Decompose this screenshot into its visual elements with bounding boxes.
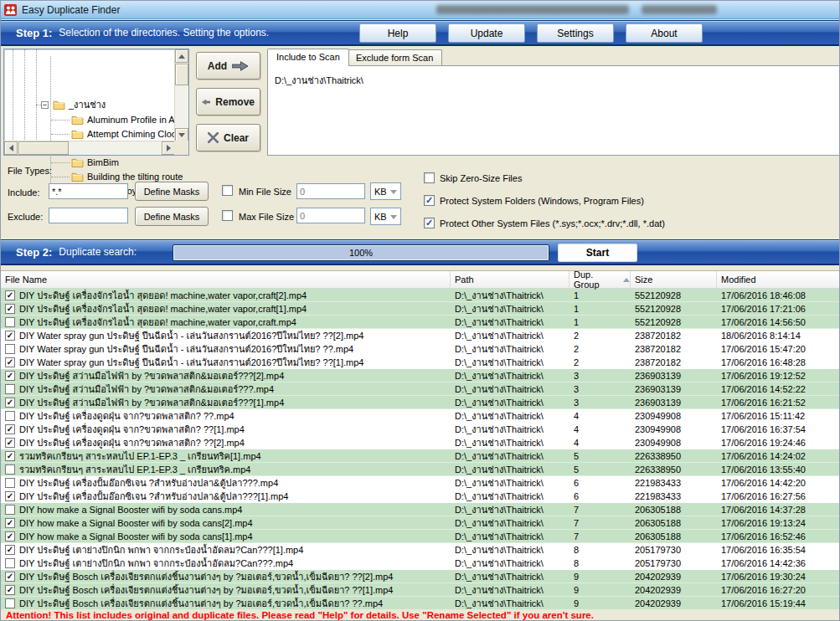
row-checkbox[interactable] [5, 371, 15, 381]
cell-modified: 17/06/2016 14:24:02 [717, 451, 840, 461]
cell-size: 238720182 [631, 331, 717, 341]
cell-size: 206305188 [631, 518, 717, 528]
tree-connector [51, 120, 70, 121]
define-masks-include-button[interactable]: Define Masks [135, 182, 209, 201]
scroll-right-button[interactable] [162, 141, 175, 155]
column-header-modified[interactable]: Modified [717, 271, 840, 288]
column-header-path[interactable]: Path [451, 271, 569, 288]
option-row[interactable]: Protect Other System Files (*.sys;*.ocx;… [424, 218, 665, 228]
settings-button[interactable]: Settings [537, 23, 614, 43]
option-checkbox[interactable] [424, 172, 435, 183]
row-checkbox[interactable] [5, 357, 15, 367]
add-button[interactable]: Add [196, 52, 260, 80]
row-checkbox[interactable] [5, 438, 15, 448]
scroll-down-button[interactable] [175, 128, 188, 141]
include-mask-input[interactable] [49, 183, 128, 199]
option-row[interactable]: Protect System Folders (Windows, Program… [424, 195, 644, 206]
column-header-size[interactable]: Size [631, 271, 717, 288]
cell-file-name: DIY how make a Signal Booster wifi by so… [19, 531, 451, 541]
start-button[interactable]: Start [558, 244, 637, 262]
tree-horizontal-scrollbar[interactable] [4, 141, 175, 155]
row-checkbox[interactable] [5, 398, 15, 408]
cell-modified: 17/06/2016 17:21:06 [717, 304, 840, 314]
option-checkbox[interactable] [424, 195, 435, 206]
tree-folder-item[interactable]: BimBim [71, 156, 119, 169]
row-checkbox[interactable] [5, 531, 15, 541]
table-row[interactable]: DIY how make a Signal Booster wifi by so… [1, 516, 840, 530]
define-masks-exclude-button[interactable]: Define Masks [135, 207, 209, 226]
row-checkbox[interactable] [5, 317, 15, 327]
row-checkbox[interactable] [5, 491, 15, 501]
table-row[interactable]: DIY how make a Signal Booster wifi by so… [1, 503, 840, 516]
tree-root-folder[interactable]: _งานช่าง [53, 98, 106, 111]
min-size-unit-combo[interactable]: KB [370, 182, 401, 200]
row-checkbox[interactable] [5, 304, 15, 314]
help-button[interactable]: Help [359, 23, 436, 43]
title-bar: Easy Duplicate Finder [1, 1, 840, 19]
row-checkbox[interactable] [5, 464, 15, 475]
row-checkbox[interactable] [5, 505, 15, 515]
row-checkbox[interactable] [5, 518, 15, 528]
table-row[interactable]: DIY ประดิษฐ์ Bosch เครื่องเจียรตกแต่งชิ้… [1, 597, 840, 610]
include-list[interactable]: D:\_งานช่าง\Thaitrick\ [267, 65, 840, 156]
cell-modified: 17/06/2016 14:42:20 [717, 478, 840, 488]
cell-file-name: DIY how make a Signal Booster wifi by so… [19, 518, 451, 528]
results-header-row: File Name Path Dup. Group Size Modified [1, 271, 840, 289]
scroll-up-button[interactable] [175, 49, 188, 63]
row-checkbox[interactable] [5, 384, 15, 394]
row-checkbox[interactable] [5, 572, 15, 582]
directory-tree-panel[interactable]: − _งานช่าง Aluminum Profile in Aut Attem… [3, 49, 189, 156]
step2-bar: Step 2: Duplicate search: 100% Start [1, 239, 840, 265]
max-file-size-checkbox[interactable] [222, 210, 233, 221]
scrollbar-thumb[interactable] [18, 141, 69, 155]
include-path-item[interactable]: D:\_งานช่าง\Thaitrick\ [275, 73, 363, 88]
cell-dup-group: 3 [569, 384, 631, 394]
cell-modified: 17/06/2016 14:56:50 [717, 317, 840, 327]
cell-dup-group: 8 [569, 558, 631, 568]
cell-size: 226338950 [631, 464, 717, 475]
folder-icon [71, 115, 84, 125]
exclude-mask-input[interactable] [49, 208, 128, 223]
column-header-dup-group[interactable]: Dup. Group [569, 271, 631, 288]
row-checkbox[interactable] [5, 290, 15, 300]
row-checkbox[interactable] [5, 598, 15, 608]
min-file-size-input[interactable] [296, 183, 365, 199]
tree-connector [51, 177, 70, 177]
row-checkbox[interactable] [5, 331, 15, 341]
max-file-size-label: Max File Size [239, 212, 294, 222]
folder-icon [53, 100, 65, 110]
option-checkbox[interactable] [424, 218, 435, 228]
row-checkbox[interactable] [5, 411, 15, 421]
scroll-left-button[interactable] [4, 141, 18, 155]
about-button[interactable]: About [626, 23, 703, 43]
cell-modified: 17/06/2016 15:47:20 [717, 344, 840, 354]
max-file-size-input[interactable] [296, 208, 365, 223]
tab-exclude-from-scan[interactable]: Exclude form Scan [347, 49, 442, 66]
row-checkbox[interactable] [5, 545, 15, 555]
remove-button[interactable]: Remove [196, 88, 260, 115]
step1-label: Step 1: [16, 27, 52, 39]
row-checkbox[interactable] [5, 344, 15, 354]
scrollbar-thumb[interactable] [175, 64, 188, 85]
table-row[interactable]: DIY ประดิษฐ์ เครื่องปั้มอ๊อกซิเจน ?สำหรั… [1, 490, 840, 503]
update-button[interactable]: Update [448, 23, 525, 43]
tree-vertical-scrollbar[interactable] [174, 49, 188, 141]
row-checkbox[interactable] [5, 451, 15, 461]
tree-folder-item[interactable]: Attempt Chiming Clock [71, 127, 181, 141]
row-checkbox[interactable] [5, 424, 15, 434]
clear-button[interactable]: Clear [196, 124, 260, 151]
header-label: File Name [5, 275, 47, 285]
row-checkbox[interactable] [5, 478, 15, 488]
row-checkbox[interactable] [5, 558, 15, 568]
cell-modified: 17/06/2016 16:27:20 [717, 585, 840, 595]
tree-folder-item[interactable]: Aluminum Profile in Aut [71, 113, 183, 126]
tree-connector [51, 134, 70, 135]
tab-include-to-scan[interactable]: Include to Scan [267, 49, 349, 66]
column-header-file-name[interactable]: File Name [1, 271, 451, 288]
tree-collapse-toggle[interactable]: − [41, 101, 49, 109]
option-row[interactable]: Skip Zero-Size Files [424, 172, 522, 183]
row-checkbox[interactable] [5, 585, 15, 595]
min-file-size-checkbox[interactable] [222, 185, 233, 196]
cell-modified: 17/06/2016 16:52:46 [717, 531, 840, 541]
max-size-unit-combo[interactable]: KB [370, 208, 401, 225]
